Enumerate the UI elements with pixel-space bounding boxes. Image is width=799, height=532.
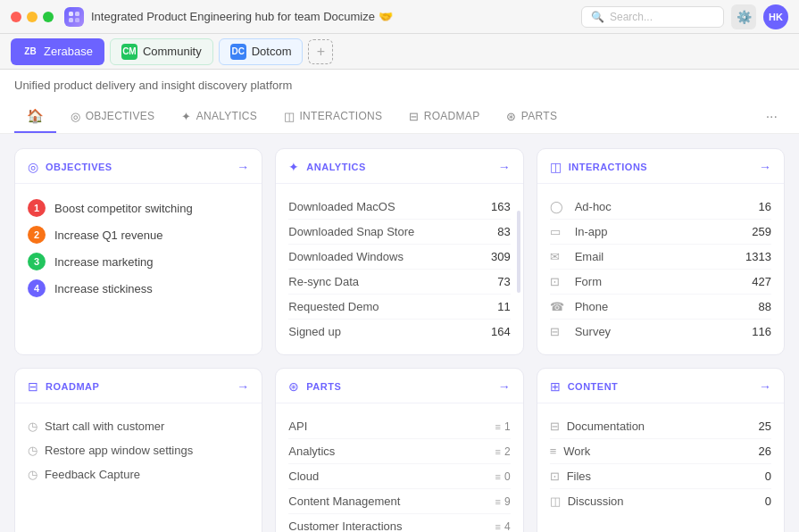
roadmap-card-header: ⊟ ROADMAP → bbox=[15, 369, 262, 403]
interactions-card-body: ◯ Ad-hoc 16 ▭ In-app 259 ✉ Email 1313 ⊡ … bbox=[537, 184, 784, 354]
table-row: ☎ Phone 88 bbox=[550, 295, 771, 320]
nav-tab-parts-label: PARTS bbox=[521, 110, 557, 122]
table-row: ⊟ Documentation 25 bbox=[550, 414, 771, 439]
table-row: Customer Interactions ≡ 4 bbox=[288, 514, 510, 532]
parts-card: ⊛ PARTS → API ≡ 1 Analytics ≡ 2 Cloud ≡ … bbox=[275, 368, 523, 532]
parts-count-0: 1 bbox=[504, 420, 511, 433]
content-label-1: Work bbox=[563, 445, 758, 458]
interactions-card-icon: ◫ bbox=[550, 160, 562, 174]
parts-icon: ⊛ bbox=[506, 110, 516, 123]
inter-label-5: Survey bbox=[575, 325, 753, 338]
inter-label-1: In-app bbox=[575, 225, 753, 238]
inter-count-5: 116 bbox=[752, 325, 771, 338]
table-row: ◫ Discussion 0 bbox=[550, 489, 771, 513]
close-button[interactable] bbox=[11, 12, 21, 22]
tab-dot-dc: DC bbox=[230, 44, 246, 60]
parts-label-3: Content Management bbox=[288, 495, 495, 508]
parts-label-0: API bbox=[288, 420, 495, 433]
titlebar: Integrated Product Engineering hub for t… bbox=[0, 0, 799, 34]
search-box[interactable]: 🔍 Search... bbox=[581, 6, 724, 28]
content-count-3: 0 bbox=[765, 495, 771, 508]
analytics-label-3: Re-sync Data bbox=[288, 275, 359, 288]
survey-icon: ⊟ bbox=[550, 325, 568, 338]
obj-number-2: 2 bbox=[28, 226, 46, 244]
content-card-arrow[interactable]: → bbox=[759, 379, 771, 394]
svg-rect-3 bbox=[75, 18, 79, 22]
table-row: Downloaded Snap Store 83 bbox=[288, 220, 510, 245]
svg-rect-2 bbox=[69, 18, 73, 22]
content-card-title: CONTENT bbox=[568, 381, 759, 392]
content-label-3: Discussion bbox=[568, 495, 765, 508]
parts-card-arrow[interactable]: → bbox=[498, 379, 511, 394]
documentation-icon: ⊟ bbox=[550, 420, 560, 433]
add-tab-button[interactable]: + bbox=[308, 39, 333, 64]
analytics-label-5: Signed up bbox=[288, 325, 341, 338]
nav-tab-home[interactable]: 🏠 bbox=[14, 101, 56, 133]
search-icon: 🔍 bbox=[591, 11, 604, 23]
tab-dotcom[interactable]: DC Dotcom bbox=[219, 38, 304, 65]
tab-community[interactable]: CM Community bbox=[110, 38, 213, 65]
analytics-count-5: 164 bbox=[491, 325, 511, 338]
parts-list-icon-4: ≡ bbox=[495, 521, 501, 532]
parts-card-body: API ≡ 1 Analytics ≡ 2 Cloud ≡ 0 Content … bbox=[276, 403, 522, 532]
minimize-button[interactable] bbox=[27, 12, 37, 22]
parts-card-header: ⊛ PARTS → bbox=[276, 369, 522, 403]
nav-tab-objectives[interactable]: ◎ OBJECTIVES bbox=[58, 103, 167, 132]
analytics-label-0: Downloaded MacOS bbox=[288, 200, 395, 213]
analytics-icon: ✦ bbox=[181, 110, 191, 123]
nav-tab-objectives-label: OBJECTIVES bbox=[86, 110, 155, 122]
tab-dot-zb: ZB bbox=[22, 44, 38, 60]
analytics-card: ✦ ANALYTICS → Downloaded MacOS 163 Downl… bbox=[275, 148, 523, 355]
nav-tab-roadmap-label: ROADMAP bbox=[424, 110, 480, 122]
workspace-header: Unified product delivery and insight dis… bbox=[0, 70, 799, 134]
list-item: ◷ Feedback Capture bbox=[28, 462, 249, 486]
inter-label-2: Email bbox=[575, 250, 745, 263]
analytics-label-2: Downloaded Windows bbox=[288, 250, 404, 263]
nav-more-button[interactable]: ··· bbox=[759, 105, 785, 129]
list-item: 1 Boost competitor switching bbox=[28, 195, 249, 221]
roadmap-label-0: Start call with customer bbox=[45, 420, 164, 433]
analytics-card-body: Downloaded MacOS 163 Downloaded Snap Sto… bbox=[276, 184, 522, 354]
objectives-card-body: 1 Boost competitor switching 2 Increase … bbox=[15, 184, 262, 312]
table-row: ≡ Work 26 bbox=[550, 439, 771, 464]
tab-zerabase[interactable]: ZB Zerabase bbox=[11, 38, 104, 65]
nav-tab-interactions[interactable]: ◫ INTERACTIONS bbox=[271, 103, 395, 132]
form-icon: ⊡ bbox=[550, 275, 568, 288]
app-icon bbox=[64, 7, 84, 27]
roadmap-card-arrow[interactable]: → bbox=[237, 379, 249, 394]
table-row: Analytics ≡ 2 bbox=[288, 439, 510, 464]
analytics-label-1: Downloaded Snap Store bbox=[288, 225, 414, 238]
objectives-card-arrow[interactable]: → bbox=[237, 160, 249, 174]
tab-dot-cm: CM bbox=[121, 44, 137, 60]
nav-tab-roadmap[interactable]: ⊟ ROADMAP bbox=[396, 103, 492, 132]
analytics-card-header: ✦ ANALYTICS → bbox=[276, 149, 522, 184]
parts-count-1: 2 bbox=[504, 445, 511, 458]
table-row: Content Management ≡ 9 bbox=[288, 489, 510, 514]
svg-rect-1 bbox=[75, 12, 79, 16]
parts-card-icon: ⊛ bbox=[288, 379, 299, 394]
content-card-header: ⊞ CONTENT → bbox=[537, 369, 784, 403]
phone-icon: ☎ bbox=[550, 300, 568, 313]
discussion-icon: ◫ bbox=[550, 495, 561, 508]
avatar[interactable]: HK bbox=[763, 4, 788, 29]
table-row: ▭ In-app 259 bbox=[550, 220, 771, 245]
table-row: ✉ Email 1313 bbox=[550, 245, 771, 270]
adhoc-icon: ◯ bbox=[550, 200, 568, 213]
roadmap-card: ⊟ ROADMAP → ◷ Start call with customer ◷… bbox=[14, 368, 262, 532]
interactions-card-arrow[interactable]: → bbox=[759, 160, 771, 174]
table-row: ⊟ Survey 116 bbox=[550, 320, 771, 344]
content-label-0: Documentation bbox=[567, 420, 759, 433]
list-item: 4 Increase stickiness bbox=[28, 275, 249, 302]
nav-tab-parts[interactable]: ⊛ PARTS bbox=[494, 103, 570, 132]
list-item: ◷ Start call with customer bbox=[28, 414, 249, 438]
analytics-card-title: ANALYTICS bbox=[306, 162, 497, 172]
maximize-button[interactable] bbox=[43, 12, 54, 22]
obj-label-4: Increase stickiness bbox=[54, 282, 153, 295]
obj-label-2: Increase Q1 revenue bbox=[54, 229, 162, 242]
nav-tab-analytics[interactable]: ✦ ANALYTICS bbox=[169, 103, 270, 132]
analytics-card-arrow[interactable]: → bbox=[498, 160, 511, 174]
inter-count-1: 259 bbox=[752, 225, 771, 238]
obj-number-4: 4 bbox=[28, 279, 46, 297]
parts-label-2: Cloud bbox=[288, 470, 495, 483]
settings-icon[interactable]: ⚙️ bbox=[731, 4, 756, 29]
